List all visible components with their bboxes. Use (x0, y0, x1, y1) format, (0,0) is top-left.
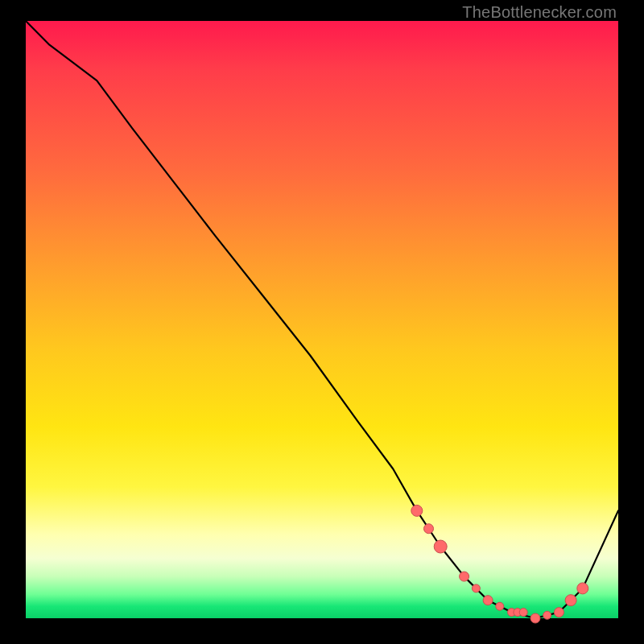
highlight-marker (519, 609, 527, 617)
curve-svg (26, 21, 618, 618)
highlight-marker (434, 540, 447, 553)
highlight-marker (424, 524, 434, 534)
highlight-marker (483, 596, 493, 605)
marker-group (411, 505, 588, 623)
watermark-text: TheBottlenecker.com (462, 3, 617, 22)
highlight-marker (460, 572, 469, 581)
highlight-marker (565, 595, 576, 606)
highlight-marker (577, 583, 588, 594)
plot-area (26, 21, 618, 618)
bottleneck-curve-path (26, 21, 618, 618)
highlight-marker (554, 608, 564, 617)
highlight-marker (543, 611, 551, 619)
highlight-marker (472, 584, 480, 592)
highlight-marker (496, 602, 504, 610)
highlight-marker (530, 613, 540, 623)
chart-frame: TheBottlenecker.com (0, 0, 644, 644)
highlight-marker (411, 505, 423, 516)
